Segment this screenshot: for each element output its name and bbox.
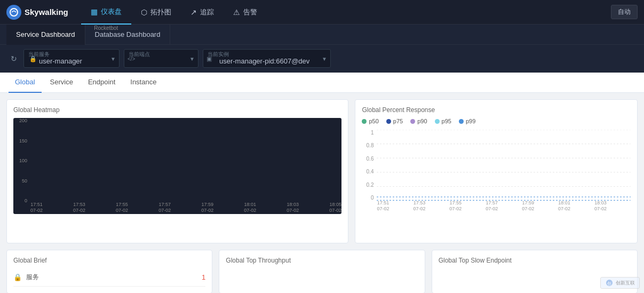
refresh-button[interactable]: ↻: [9, 52, 19, 65]
endpoint-chevron-icon: ▼: [189, 56, 195, 61]
svg-point-0: [10, 9, 18, 16]
heatmap-title: Global Heatmap: [13, 106, 341, 114]
p99-dot: [459, 119, 464, 124]
percent-title: Global Percent Response: [362, 106, 631, 114]
p99-label: p99: [466, 118, 475, 124]
rocketbot-label: Rocketbot: [94, 25, 118, 31]
logo-text: Skywalking: [25, 7, 68, 17]
heatmap-y-axis: 200150100500: [13, 118, 29, 203]
logo-icon: [6, 5, 21, 20]
tab-endpoint[interactable]: Endpoint: [82, 73, 122, 93]
watermark-icon: 创: [605, 279, 614, 287]
watermark-text: 创新互联: [616, 280, 635, 287]
p75-label: p75: [393, 118, 403, 124]
p90-dot: [410, 119, 415, 124]
nav-item-dashboard[interactable]: ▦ 仪表盘 Rocketbot: [81, 0, 131, 25]
p75-dot: [386, 119, 391, 124]
percent-y-axis: 10.80.60.40.20: [362, 130, 376, 201]
heatmap-x-axis: 17:5107-02 17:5307-02 17:5507-02 17:5707…: [30, 202, 341, 214]
throughput-panel: Global Top Throughput: [219, 250, 425, 293]
service-filter[interactable]: 🔒 当前服务 user-manager ▼: [23, 49, 120, 68]
p95-dot: [435, 119, 440, 124]
nav-item-alert[interactable]: ⚠ 告警: [224, 0, 267, 25]
endpoint-filter[interactable]: </> 当前端点 ▼: [124, 49, 198, 68]
filter-bar: ↻ 🔒 当前服务 user-manager ▼ </> 当前端点 ▼ ▣ 当前实…: [0, 45, 644, 73]
instance-filter[interactable]: ▣ 当前实例 user-manager-pid:6607@dev ▼: [203, 49, 331, 68]
legend-p99: p99: [459, 118, 475, 124]
page-tabs: Global Service Endpoint Instance: [0, 73, 644, 93]
service-brief-label: 服务: [26, 273, 202, 282]
logo: Skywalking: [6, 5, 68, 20]
legend-p95: p95: [435, 118, 451, 124]
percent-legend: p50 p75 p90 p95 p99: [362, 118, 631, 124]
top-nav: Skywalking ▦ 仪表盘 Rocketbot ⬡ 拓扑图 ↗ 追踪 ⚠ …: [0, 0, 644, 25]
legend-p90: p90: [410, 118, 427, 124]
nav-label-topology: 拓扑图: [150, 7, 171, 17]
instance-value: user-manager-pid:6607@dev: [219, 57, 318, 65]
brief-row-service: 🔒 服务 1: [13, 268, 205, 287]
nav-items: ▦ 仪表盘 Rocketbot ⬡ 拓扑图 ↗ 追踪 ⚠ 告警: [81, 0, 267, 25]
endpoint-value: [142, 57, 153, 65]
heatmap-panel: Global Heatmap 200150100500 17:5107-02 1…: [6, 99, 348, 243]
service-brief-value: 1: [202, 273, 205, 281]
topology-icon: ⬡: [141, 8, 147, 17]
main-content: Global Heatmap 200150100500 17:5107-02 1…: [0, 93, 644, 293]
percent-x-axis: 17:5107-02 17:5307-02 17:5507-02 17:5707…: [377, 200, 631, 212]
brief-panel: Global Brief 🔒 服务 1: [6, 250, 212, 293]
percent-chart-area: 10.80.60.40.20: [362, 130, 631, 212]
svg-text:创: 创: [607, 281, 611, 286]
percent-chart-inner: [377, 130, 631, 201]
tab-service[interactable]: Service: [44, 73, 79, 93]
tab-instance[interactable]: Instance: [124, 73, 163, 93]
p90-label: p90: [417, 118, 427, 124]
legend-p50: p50: [362, 118, 378, 124]
percent-panel: Global Percent Response p50 p75 p90: [355, 99, 638, 243]
charts-row-top: Global Heatmap 200150100500 17:5107-02 1…: [6, 99, 638, 243]
slow-title: Global Top Slow Endpoint: [439, 257, 631, 264]
dashboard-icon: ▦: [91, 7, 98, 16]
heatmap-grid: [30, 118, 341, 203]
instance-label: 当前实例: [208, 51, 229, 58]
trace-icon: ↗: [190, 8, 197, 17]
nav-item-topology[interactable]: ⬡ 拓扑图: [131, 0, 181, 25]
tab-service-dashboard[interactable]: Service Dashboard: [6, 25, 85, 45]
service-value: user-manager: [39, 57, 91, 65]
nav-label-alert: 告警: [243, 7, 257, 17]
instance-chevron-icon: ▼: [322, 56, 327, 61]
endpoint-label: 当前端点: [129, 51, 150, 58]
alert-icon: ⚠: [233, 8, 240, 17]
nav-label-trace: 追踪: [200, 7, 214, 17]
nav-label-dashboard: 仪表盘: [101, 7, 122, 17]
heatmap-chart-area: 200150100500 17:5107-02 17:5307-02 17:55…: [13, 118, 341, 214]
tab-global[interactable]: Global: [9, 73, 42, 93]
auto-button[interactable]: 自动: [611, 5, 638, 19]
p50-label: p50: [369, 118, 378, 124]
percent-chart-svg: [377, 130, 631, 201]
legend-p75: p75: [386, 118, 403, 124]
brief-title: Global Brief: [13, 257, 205, 264]
p95-label: p95: [442, 118, 451, 124]
throughput-title: Global Top Throughput: [226, 257, 418, 264]
p50-dot: [362, 119, 367, 124]
watermark: 创 创新互联: [600, 277, 640, 289]
service-brief-icon: 🔒: [13, 273, 22, 281]
bottom-row: Global Brief 🔒 服务 1 Global Top Throughpu…: [6, 250, 638, 293]
service-chevron-icon: ▼: [110, 56, 116, 61]
nav-item-trace[interactable]: ↗ 追踪: [181, 0, 224, 25]
service-label: 当前服务: [28, 51, 50, 58]
